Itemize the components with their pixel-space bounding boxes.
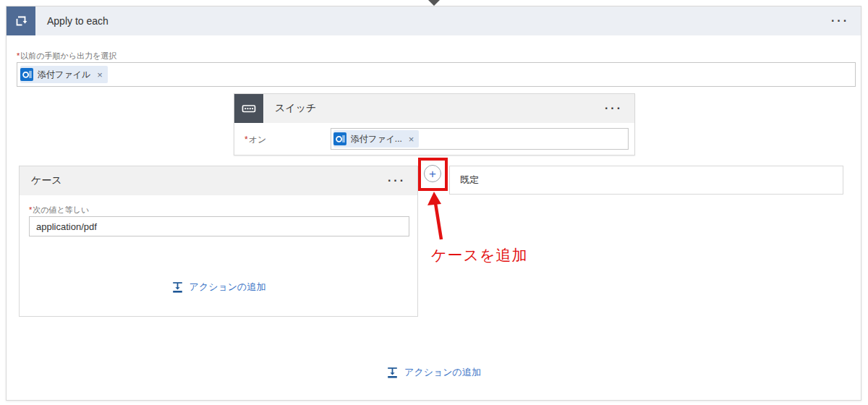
token-remove-button[interactable]: ×	[95, 69, 105, 80]
case-card: ケース ··· *次の値と等しい アクションの追加	[19, 166, 418, 317]
switch-card: スイッチ ··· *オン 添付ファイ... ×	[234, 93, 635, 155]
attachment-token[interactable]: 添付ファイル ×	[20, 66, 108, 83]
switch-header[interactable]: スイッチ ···	[234, 94, 634, 123]
switch-menu-button[interactable]: ···	[605, 103, 634, 114]
outlook-icon	[20, 68, 33, 81]
output-field-label-text: 以前の手順から出力を選択	[20, 51, 116, 60]
apply-to-each-scope: Apply to each ··· *以前の手順から出力を選択 添付ファイル ×	[6, 6, 861, 401]
case-menu-button[interactable]: ···	[388, 175, 417, 187]
outlook-icon	[333, 132, 346, 145]
switch-on-input[interactable]: 添付ファイ... ×	[331, 128, 629, 150]
required-mark: *	[29, 205, 32, 214]
scope-add-action-link[interactable]: アクションの追加	[7, 366, 861, 379]
case-body: *次の値と等しい アクションの追加	[20, 195, 417, 316]
scope-menu-button[interactable]: ···	[831, 15, 861, 27]
required-mark: *	[17, 51, 20, 60]
output-input[interactable]: 添付ファイル ×	[17, 62, 856, 87]
token-remove-button[interactable]: ×	[407, 134, 417, 145]
switch-body: *オン 添付ファイ... ×	[234, 123, 634, 155]
add-action-icon	[171, 281, 184, 294]
apply-to-each-header[interactable]: Apply to each ···	[7, 7, 861, 35]
case-equals-label-text: 次の値と等しい	[33, 205, 89, 214]
switch-title: スイッチ	[275, 102, 316, 115]
apply-to-each-loop-icon	[7, 7, 35, 35]
default-case-card[interactable]: 既定	[449, 166, 843, 195]
default-case-title: 既定	[460, 174, 479, 187]
add-action-label: アクションの追加	[190, 281, 266, 294]
token-label: 添付ファイル	[38, 69, 90, 81]
case-add-action-link[interactable]: アクションの追加	[20, 281, 417, 294]
add-action-label: アクションの追加	[404, 366, 481, 379]
token-label: 添付ファイ...	[351, 133, 402, 145]
switch-on-label: *オン	[244, 134, 266, 146]
annotation-label: ケースを追加	[431, 245, 527, 265]
case-header[interactable]: ケース ···	[20, 166, 417, 195]
case-value-input[interactable]	[29, 216, 409, 236]
add-action-icon	[386, 367, 399, 379]
switch-icon	[234, 94, 263, 123]
case-equals-label: *次の値と等しい	[29, 205, 89, 216]
switch-on-label-text: オン	[249, 135, 267, 145]
scope-title: Apply to each	[47, 15, 109, 27]
required-mark: *	[244, 135, 248, 145]
attachment-token[interactable]: 添付ファイ... ×	[333, 130, 419, 148]
output-field-label: *以前の手順から出力を選択	[17, 51, 116, 61]
case-title: ケース	[31, 174, 62, 187]
flow-designer-canvas: Apply to each ··· *以前の手順から出力を選択 添付ファイル ×	[0, 0, 868, 405]
annotation-highlight-box	[418, 158, 448, 191]
